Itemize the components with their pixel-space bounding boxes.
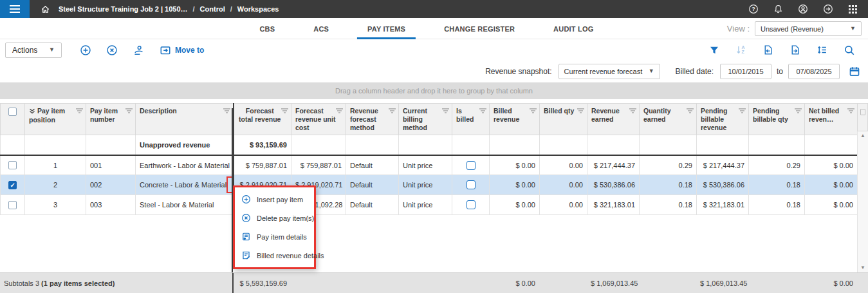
is-billed-checkbox[interactable] bbox=[466, 161, 476, 170]
col-header-current-billing-method[interactable]: Current billing method bbox=[399, 104, 452, 135]
is-billed-checkbox[interactable] bbox=[466, 200, 476, 209]
row-height-icon[interactable] bbox=[817, 44, 827, 55]
pay-item-row[interactable]: 1 001 Earthwork - Labor & Material $ 759… bbox=[1, 155, 858, 175]
col-header-billed-revenue[interactable]: Billed revenue bbox=[490, 104, 540, 135]
scroll-down-icon[interactable]: ▼ bbox=[860, 265, 865, 270]
workspace-tab-bar: CBS ACS PAY ITEMS CHANGE REGISTER AUDIT … bbox=[0, 18, 868, 39]
scroll-up-icon[interactable]: ▲ bbox=[860, 133, 865, 138]
move-to-icon bbox=[160, 44, 171, 56]
tab-change-register[interactable]: CHANGE REGISTER bbox=[425, 18, 534, 39]
unapproved-revenue-label: Unapproved revenue bbox=[136, 135, 234, 155]
is-billed-checkbox[interactable] bbox=[466, 180, 476, 189]
tab-pay-items[interactable]: PAY ITEMS bbox=[348, 18, 425, 39]
grid-toolbar: Actions ▼ Move to AZ bbox=[0, 39, 868, 61]
sort-icon[interactable]: AZ bbox=[735, 44, 746, 55]
billed-revenue-details-icon bbox=[241, 250, 251, 260]
billed-date-from-input[interactable] bbox=[720, 64, 771, 79]
vertical-scrollbar[interactable]: ▲ ▼ bbox=[857, 131, 868, 272]
breadcrumb-control[interactable]: Control bbox=[200, 5, 225, 13]
revenue-earned-cell: $ 217,444.37 bbox=[587, 155, 640, 175]
column-filter-icon[interactable] bbox=[336, 108, 343, 113]
notifications-bell-icon[interactable] bbox=[773, 4, 783, 14]
group-by-drop-zone[interactable]: Drag a column header and drop it here to… bbox=[0, 82, 868, 99]
select-all-checkbox[interactable] bbox=[8, 108, 17, 116]
home-icon[interactable] bbox=[41, 5, 50, 14]
column-filter-icon[interactable] bbox=[76, 108, 83, 113]
col-header-forecast-revenue-unit-cost[interactable]: Forecast revenue unit cost bbox=[291, 104, 346, 135]
billed-qty-cell: 0.00 bbox=[540, 195, 587, 215]
help-icon[interactable]: ? bbox=[748, 4, 759, 14]
revenue-forecast-method-cell: Default bbox=[346, 195, 399, 215]
row-selector-checkbox[interactable] bbox=[8, 201, 17, 209]
quantity-earned-cell: 0.18 bbox=[640, 195, 697, 215]
pay-item-row-selected[interactable]: 2 002 Concrete - Labor & Material ⋮ $ 2,… bbox=[1, 175, 858, 195]
menu-item-insert-pay-item[interactable]: Insert pay item bbox=[235, 190, 314, 209]
column-filter-icon[interactable] bbox=[223, 108, 230, 113]
column-filter-icon[interactable] bbox=[281, 108, 288, 113]
tab-cbs[interactable]: CBS bbox=[240, 18, 294, 39]
hamburger-menu-icon[interactable] bbox=[0, 0, 30, 18]
column-filter-icon[interactable] bbox=[442, 108, 449, 113]
row-selector-checkbox[interactable] bbox=[8, 181, 17, 189]
col-header-pending-billable-revenue[interactable]: Pending billable revenue bbox=[697, 104, 749, 135]
pay-item-number-cell: 001 bbox=[86, 155, 136, 175]
search-icon[interactable] bbox=[844, 44, 855, 56]
forecast-total-revenue-cell: $ 759,887.01 bbox=[234, 155, 291, 175]
column-filter-icon[interactable] bbox=[795, 108, 802, 113]
col-header-pay-item-position[interactable]: Pay item position bbox=[25, 104, 86, 135]
menu-item-pay-item-details[interactable]: Pay item details bbox=[235, 227, 314, 246]
description-cell: Steel - Labor & Material bbox=[136, 195, 234, 215]
apps-waffle-icon[interactable] bbox=[848, 5, 858, 14]
view-dropdown-value: Unsaved (Revenue) bbox=[761, 25, 824, 33]
ineight-logo-icon[interactable] bbox=[823, 4, 833, 14]
col-header-billed-qty[interactable]: Billed qty bbox=[540, 104, 587, 135]
breadcrumb-workspaces[interactable]: Workspaces bbox=[237, 5, 279, 13]
col-header-revenue-earned[interactable]: Revenue earned bbox=[587, 104, 640, 135]
column-filter-icon[interactable] bbox=[687, 108, 694, 113]
pay-item-number-cell: 003 bbox=[86, 195, 136, 215]
col-header-pending-billable-qty[interactable]: Pending billable qty bbox=[749, 104, 805, 135]
add-pay-item-icon[interactable] bbox=[80, 44, 91, 56]
calendar-icon[interactable] bbox=[849, 66, 860, 77]
pay-item-number-cell: 002 bbox=[86, 175, 136, 195]
top-bar: Steel Structure Training Job 2 | 1050… /… bbox=[0, 0, 868, 18]
net-billed-revenue-cell: $ 0.00 bbox=[805, 175, 858, 195]
col-header-forecast-total-revenue[interactable]: Forecast total revenue bbox=[234, 104, 291, 135]
pending-billable-qty-cell: 0.18 bbox=[749, 175, 805, 195]
column-options-icon[interactable] bbox=[857, 103, 868, 131]
row-selector-checkbox[interactable] bbox=[8, 161, 17, 169]
actions-button[interactable]: Actions ▼ bbox=[5, 43, 62, 58]
sort-descending-icon bbox=[29, 108, 35, 115]
filter-icon[interactable] bbox=[709, 45, 719, 55]
col-header-quantity-earned[interactable]: Quantity earned bbox=[640, 104, 697, 135]
assign-icon[interactable] bbox=[133, 44, 145, 56]
tab-acs[interactable]: ACS bbox=[294, 18, 348, 39]
menu-item-delete-pay-item[interactable]: Delete pay item(s) bbox=[235, 209, 314, 227]
column-filter-icon[interactable] bbox=[577, 108, 584, 113]
tab-audit-log[interactable]: AUDIT LOG bbox=[534, 18, 613, 39]
column-filter-icon[interactable] bbox=[479, 108, 486, 113]
export-icon[interactable] bbox=[790, 44, 800, 55]
col-header-is-billed[interactable]: Is billed bbox=[452, 104, 490, 135]
revenue-snapshot-dropdown[interactable]: Current revenue forecast ▼ bbox=[559, 64, 660, 79]
column-filter-icon[interactable] bbox=[847, 108, 854, 113]
view-dropdown[interactable]: Unsaved (Revenue) ▼ bbox=[755, 21, 862, 36]
col-header-revenue-forecast-method[interactable]: Revenue forecast method bbox=[346, 104, 399, 135]
move-to-button[interactable]: Move to bbox=[160, 44, 204, 56]
column-filter-icon[interactable] bbox=[530, 108, 537, 113]
import-icon[interactable] bbox=[762, 44, 773, 55]
column-filter-icon[interactable] bbox=[389, 108, 396, 113]
revenue-forecast-method-cell: Default bbox=[346, 155, 399, 175]
delete-pay-item-icon[interactable] bbox=[106, 44, 118, 56]
col-header-pay-item-number[interactable]: Pay item number bbox=[86, 104, 136, 135]
breadcrumb-project[interactable]: Steel Structure Training Job 2 | 1050… bbox=[59, 5, 188, 13]
column-filter-icon[interactable] bbox=[629, 108, 636, 113]
menu-item-billed-revenue-details[interactable]: Billed revenue details bbox=[235, 246, 314, 265]
col-header-description[interactable]: Description bbox=[136, 104, 234, 135]
col-header-net-billed-revenue[interactable]: Net billed reven… bbox=[805, 104, 858, 135]
billed-date-to-input[interactable] bbox=[788, 64, 840, 79]
column-filter-icon[interactable] bbox=[739, 108, 746, 113]
account-icon[interactable] bbox=[798, 4, 808, 14]
column-filter-icon[interactable] bbox=[125, 108, 133, 113]
pay-item-row[interactable]: 3 003 Steel - Labor & Material $ 1,821,0… bbox=[1, 195, 858, 215]
